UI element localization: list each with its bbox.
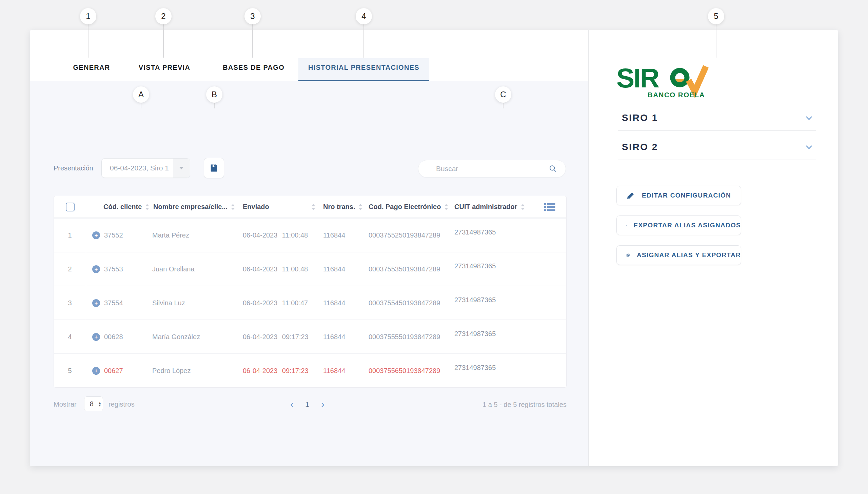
callout-line-B (214, 102, 215, 109)
client-name: María González (149, 320, 238, 354)
expand-row-icon[interactable]: + (92, 231, 100, 239)
accordion-siro-2[interactable]: SIRO 2 (618, 134, 816, 160)
exportar-alias-asignados-button[interactable]: EXPORTAR ALIAS ASIGNADOS (616, 215, 741, 235)
cuit-admin: 27314987365 (448, 215, 533, 249)
pagination-next[interactable]: › (321, 399, 325, 409)
electronic-payment-code: 0003755250193847289 (365, 218, 448, 252)
col-header-nro-trans: Nro trans. (323, 203, 355, 211)
presentations-table: Cód. cliente Nombre empresa/clie... Envi… (54, 196, 567, 387)
sort-icon[interactable] (358, 204, 363, 210)
sort-icon[interactable] (231, 204, 235, 210)
tab-vista-previa[interactable]: VISTA PREVIA (139, 64, 190, 72)
pagination-prev[interactable]: ‹ (290, 399, 294, 409)
table-row: 5 + 00627 Pedro López 06-04-2023 09:17:2… (54, 354, 566, 387)
columns-list-icon[interactable] (543, 202, 556, 212)
cuit-admin: 27314987365 (448, 249, 533, 283)
accordion-siro-1[interactable]: SIRO 1 (618, 105, 816, 131)
panel-divider (588, 30, 589, 466)
presentation-select[interactable]: 06-04-2023, Siro 1 (101, 158, 190, 178)
floppy-disk-icon (626, 221, 627, 230)
sort-icon[interactable] (145, 204, 149, 210)
client-name: Silvina Luz (149, 286, 238, 320)
sent-datetime: 06-04-2023 11:00:48 (238, 252, 321, 286)
sent-datetime: 06-04-2023 09:17:23 (238, 320, 321, 354)
select-caret-box[interactable] (173, 158, 190, 177)
row-index: 1 (54, 218, 86, 252)
table-row: 4 + 00628 María González 06-04-2023 09:1… (54, 320, 566, 354)
col-header-nombre: Nombre empresa/clie... (153, 203, 227, 211)
search-box (418, 160, 566, 177)
select-all-checkbox[interactable] (66, 203, 75, 211)
sort-icon[interactable] (521, 204, 525, 210)
col-header-cuit: CUIT administrador (454, 203, 517, 211)
search-input[interactable] (435, 164, 549, 173)
page-size-stepper[interactable]: 8 ▴▾ (84, 396, 103, 411)
electronic-payment-code: 0003755550193847289 (365, 320, 448, 354)
expand-row-icon[interactable]: + (92, 265, 100, 273)
callout-line-A (141, 102, 142, 109)
chevron-down-icon[interactable] (804, 141, 814, 152)
button-label: EDITAR CONFIGURACIÓN (642, 192, 731, 199)
editar-configuracion-button[interactable]: EDITAR CONFIGURACIÓN (616, 186, 741, 205)
row-index: 4 (54, 320, 86, 354)
expand-row-icon[interactable]: + (92, 299, 100, 307)
presentation-label: Presentación (54, 164, 93, 172)
transaction-number: 116844 (321, 286, 365, 320)
electronic-payment-code: 0003755650193847289 (365, 354, 448, 387)
row-actions-cell (533, 218, 567, 252)
table-row: 2 + 37553 Juan Orellana 06-04-2023 11:00… (54, 252, 566, 286)
callout-line-2 (163, 24, 164, 58)
callout-line-5 (716, 24, 717, 58)
row-actions-cell (533, 252, 567, 286)
logo-text: SIR (616, 63, 660, 93)
save-presentation-button[interactable] (204, 158, 224, 178)
callout-marker-C: C (495, 87, 511, 103)
client-code: 00627 (104, 367, 123, 375)
tab-historial-presentaciones[interactable]: HISTORIAL PRESENTACIONES (308, 64, 420, 72)
transaction-number: 116844 (321, 252, 365, 286)
accordion-label: SIRO 1 (618, 113, 658, 124)
cuit-admin: 27314987365 (448, 283, 533, 317)
pagination-page-1[interactable]: 1 (305, 401, 309, 408)
col-header-cod-cliente: Cód. cliente (104, 203, 142, 211)
electronic-payment-code: 0003755450193847289 (365, 286, 448, 320)
client-code: 37553 (104, 265, 123, 273)
row-actions-cell (533, 354, 567, 387)
client-code: 00628 (104, 333, 123, 341)
callout-marker-B: B (206, 87, 222, 103)
transaction-number: 116844 (321, 354, 365, 387)
transaction-number: 116844 (321, 218, 365, 252)
sort-icon[interactable] (311, 204, 315, 210)
records-total: 1 a 5 - de 5 registros totales (430, 401, 567, 408)
content-area: Presentación 06-04-2023, Siro 1 (30, 81, 588, 466)
tab-bases-de-pago[interactable]: BASES DE PAGO (223, 64, 284, 72)
table-header-row: Cód. cliente Nombre empresa/clie... Envi… (54, 196, 566, 218)
registros-label: registros (109, 400, 135, 408)
transaction-number: 116844 (321, 320, 365, 354)
asignar-alias-y-exportar-button[interactable]: ASIGNAR ALIAS Y EXPORTAR (616, 245, 741, 265)
row-actions-cell (533, 320, 567, 354)
callout-marker-4: 4 (356, 8, 372, 24)
callout-marker-3: 3 (244, 8, 261, 24)
floppy-disk-icon (209, 163, 219, 173)
stepper-arrows-icon[interactable]: ▴▾ (99, 401, 101, 406)
mostrar-label: Mostrar (54, 400, 77, 408)
client-name: Marta Pérez (149, 218, 238, 252)
chevron-down-icon[interactable] (804, 113, 814, 124)
presentation-selected-value: 06-04-2023, Siro 1 (102, 164, 173, 172)
callout-line-1 (88, 24, 89, 58)
expand-row-icon[interactable]: + (92, 333, 100, 341)
electronic-payment-code: 0003755350193847289 (365, 252, 448, 286)
tab-generar[interactable]: GENERAR (73, 64, 110, 72)
client-code: 37554 (104, 299, 123, 307)
page-size-value: 8 (85, 400, 99, 408)
table-body: 1 + 37552 Marta Pérez 06-04-2023 11:00:4… (54, 218, 566, 387)
search-icon (549, 164, 557, 173)
row-actions-cell (533, 286, 567, 320)
row-index: 5 (54, 354, 86, 387)
row-index: 2 (54, 252, 86, 286)
expand-row-icon[interactable]: + (92, 367, 100, 375)
screen: GENERAR VISTA PREVIA BASES DE PAGO HISTO… (0, 0, 868, 494)
button-label: ASIGNAR ALIAS Y EXPORTAR (637, 251, 741, 259)
table-row: 3 + 37554 Silvina Luz 06-04-2023 11:00:4… (54, 286, 566, 320)
